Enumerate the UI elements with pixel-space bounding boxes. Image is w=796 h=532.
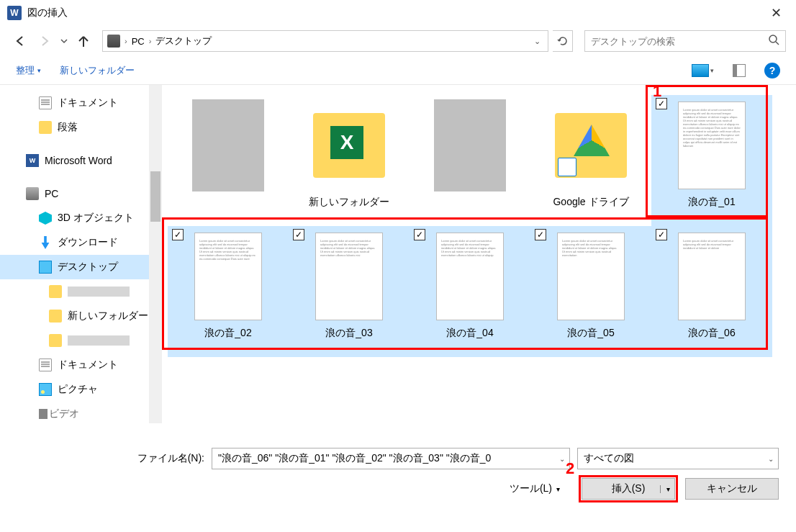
toolbar: 整理 ▾ 新しいフォルダー ▾ ? bbox=[0, 56, 796, 85]
checkbox-icon[interactable]: ✓ bbox=[656, 229, 667, 240]
breadcrumb-pc[interactable]: PC bbox=[132, 36, 145, 47]
file-item-placeholder2[interactable] bbox=[410, 95, 530, 226]
forward-button[interactable] bbox=[35, 31, 55, 51]
tree-msword[interactable]: WMicrosoft Word bbox=[0, 148, 149, 173]
pc-icon bbox=[26, 187, 39, 200]
navigation-tree: ドキュメント 段落 WMicrosoft Word PC 3D オブジェクト ダ… bbox=[0, 85, 149, 423]
search-input[interactable] bbox=[591, 36, 768, 47]
chevron-icon: › bbox=[125, 37, 127, 45]
search-box[interactable] bbox=[584, 30, 786, 52]
file-item-05[interactable]: ✓ Lorem ipsum dolor sit amet consectetur… bbox=[530, 226, 651, 357]
up-button[interactable] bbox=[73, 31, 94, 51]
folder-icon bbox=[49, 310, 62, 323]
filename-value: "浪の音_06" "浪の音_01" "浪の音_02" "浪の音_03" "浪の音… bbox=[218, 452, 491, 465]
tree-desktop[interactable]: デスクトップ bbox=[0, 255, 149, 279]
file-item-06[interactable]: ✓ Lorem ipsum dolor sit amet consectetur… bbox=[651, 226, 772, 357]
breadcrumb-desktop[interactable]: デスクトップ bbox=[155, 35, 212, 48]
checkbox-icon[interactable]: ✓ bbox=[172, 229, 184, 240]
view-icon bbox=[692, 64, 709, 77]
dialog-title: 図の挿入 bbox=[27, 6, 68, 19]
file-item-newfolder[interactable]: 新しいフォルダー bbox=[289, 95, 410, 226]
word-app-icon: W bbox=[7, 6, 22, 20]
cube-icon bbox=[39, 212, 52, 225]
pc-icon bbox=[107, 35, 120, 48]
filename-label: ファイル名(N): bbox=[17, 452, 204, 465]
download-icon bbox=[39, 236, 52, 249]
checkbox-icon[interactable]: ✓ bbox=[293, 229, 304, 240]
tree-3d-objects[interactable]: 3D オブジェクト bbox=[0, 206, 149, 230]
file-item-03[interactable]: ✓ Lorem ipsum dolor sit amet consectetur… bbox=[289, 226, 410, 357]
navigation-bar: › PC › デスクトップ ⌄ bbox=[0, 26, 796, 56]
preview-pane-toggle[interactable] bbox=[733, 64, 746, 77]
video-icon bbox=[39, 409, 43, 419]
titlebar: W 図の挿入 ✕ bbox=[0, 0, 796, 26]
new-folder-button[interactable]: 新しいフォルダー bbox=[60, 64, 135, 77]
pictures-icon bbox=[39, 383, 52, 396]
file-grid: 新しいフォルダー Google ドライブ ✓ Lorem ipsum dolor… bbox=[162, 85, 796, 423]
tree-subfolder-3[interactable] bbox=[0, 328, 149, 353]
search-icon[interactable] bbox=[768, 34, 779, 48]
bottom-panel: ファイル名(N): "浪の音_06" "浪の音_01" "浪の音_02" "浪の… bbox=[0, 423, 796, 508]
insert-button[interactable]: 挿入(S) ▾ bbox=[582, 478, 675, 500]
tree-subfolder-1[interactable] bbox=[0, 279, 149, 304]
scrollbar-thumb[interactable] bbox=[150, 171, 160, 222]
tree-documents2[interactable]: ドキュメント bbox=[0, 353, 149, 377]
cancel-button[interactable]: キャンセル bbox=[685, 478, 779, 500]
chevron-down-icon[interactable]: ⌄ bbox=[768, 455, 774, 463]
tree-pc[interactable]: PC bbox=[0, 181, 149, 206]
file-item-02[interactable]: ✓ Lorem ipsum dolor sit amet consectetur… bbox=[168, 226, 289, 357]
word-icon: W bbox=[26, 154, 39, 167]
folder-icon bbox=[49, 334, 62, 347]
tree-scrollbar[interactable] bbox=[149, 85, 162, 423]
organize-menu[interactable]: 整理 ▾ bbox=[16, 64, 41, 77]
refresh-button[interactable] bbox=[553, 30, 573, 52]
folder-icon bbox=[39, 121, 52, 134]
checkbox-icon[interactable]: ✓ bbox=[535, 229, 546, 240]
close-icon[interactable]: ✕ bbox=[764, 2, 789, 24]
folder-icon bbox=[49, 285, 62, 298]
file-item-04[interactable]: ✓ Lorem ipsum dolor sit amet consectetur… bbox=[410, 226, 530, 357]
checkbox-icon[interactable]: ✓ bbox=[656, 98, 667, 109]
back-button[interactable] bbox=[10, 31, 30, 51]
desktop-icon bbox=[39, 261, 52, 274]
file-item-gdrive[interactable]: Google ドライブ bbox=[530, 95, 651, 226]
filename-combo[interactable]: "浪の音_06" "浪の音_01" "浪の音_02" "浪の音_03" "浪の音… bbox=[212, 448, 570, 469]
address-bar[interactable]: › PC › デスクトップ ⌄ bbox=[102, 30, 548, 52]
tree-videos[interactable]: ビデオ bbox=[0, 402, 149, 423]
file-filter-combo[interactable]: すべての図 ⌄ bbox=[577, 448, 779, 469]
tree-documents[interactable]: ドキュメント bbox=[0, 91, 149, 115]
tree-new-folder[interactable]: 新しいフォルダー bbox=[0, 304, 149, 328]
address-dropdown-icon[interactable]: ⌄ bbox=[531, 37, 543, 46]
chevron-down-icon[interactable]: ⌄ bbox=[559, 455, 565, 463]
file-item-01[interactable]: ✓ Lorem ipsum dolor sit amet consectetur… bbox=[651, 95, 772, 226]
checkbox-icon[interactable]: ✓ bbox=[414, 229, 425, 240]
recent-dropdown-icon[interactable] bbox=[59, 31, 69, 51]
view-menu[interactable]: ▾ bbox=[692, 64, 714, 77]
file-item-placeholder[interactable] bbox=[168, 95, 289, 226]
chevron-icon: › bbox=[149, 37, 152, 45]
tree-downloads[interactable]: ダウンロード bbox=[0, 230, 149, 255]
help-button[interactable]: ? bbox=[764, 63, 780, 78]
svg-point-0 bbox=[769, 35, 777, 42]
insert-dropdown-icon[interactable]: ▾ bbox=[660, 485, 670, 493]
tree-pictures[interactable]: ピクチャ bbox=[0, 377, 149, 402]
tools-menu[interactable]: ツール(L)▾ bbox=[510, 482, 560, 495]
document-icon bbox=[39, 96, 52, 109]
document-icon bbox=[39, 359, 52, 371]
filter-value: すべての図 bbox=[584, 452, 634, 465]
tree-danraku[interactable]: 段落 bbox=[0, 115, 149, 140]
